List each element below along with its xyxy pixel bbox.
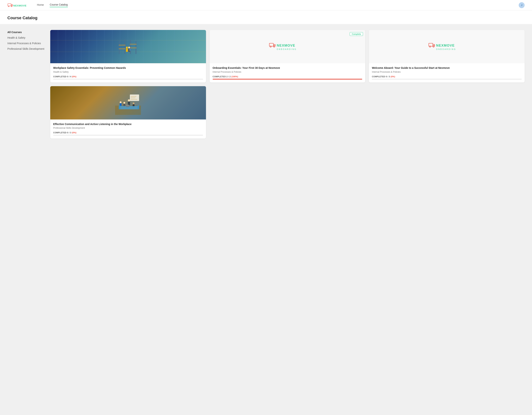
card-category-4: Professional Skills Development	[53, 127, 203, 129]
sidebar: All Courses Health & Safety Internal Pro…	[7, 30, 44, 411]
course-card-2[interactable]: Complete NEXMOVE ONBOARDING Onboarding E…	[210, 30, 365, 82]
card-progress-label-2: COMPLETED 2 / 2 (100%)	[213, 75, 362, 78]
progress-bar-bg-1	[53, 79, 203, 79]
card-category-2: Internal Processes & Policies	[213, 71, 362, 73]
nav-links: Home Course Catalog	[37, 3, 519, 7]
course-card-4[interactable]: Effective Communication and Active Liste…	[50, 86, 206, 139]
svg-rect-7	[124, 39, 125, 54]
svg-rect-6	[119, 41, 120, 54]
card-body-4: Effective Communication and Active Liste…	[50, 119, 206, 139]
navbar: NEXMOVE Home Course Catalog J	[0, 0, 532, 10]
svg-text:ONBOARDING: ONBOARDING	[277, 48, 297, 50]
card-title-2: Onboarding Essentials: Your First 30 Day…	[213, 66, 362, 70]
nav-home[interactable]: Home	[37, 3, 44, 7]
course-image-4	[50, 86, 206, 119]
svg-point-3	[8, 6, 9, 7]
card-category-1: Health & Safety	[53, 71, 203, 73]
sidebar-item-all-courses[interactable]: All Courses	[7, 31, 44, 34]
svg-point-38	[128, 99, 130, 101]
course-card-1[interactable]: Workplace Safety Essentials: Preventing …	[50, 30, 206, 82]
sidebar-item-professional-skills[interactable]: Professional Skills Development	[7, 47, 44, 50]
svg-rect-50	[126, 107, 130, 107]
svg-rect-12	[130, 44, 136, 45]
card-category-3: Internal Processes & Policies	[372, 71, 522, 73]
nav-course-catalog[interactable]: Course Catalog	[50, 3, 68, 7]
svg-rect-15	[126, 49, 128, 52]
logo[interactable]: NEXMOVE	[7, 2, 29, 8]
svg-rect-26	[429, 43, 433, 46]
card-progress-label-1: COMPLETED 0 / 4 (0%)	[53, 75, 203, 78]
svg-point-4	[11, 6, 12, 7]
svg-point-14	[126, 47, 128, 49]
sidebar-item-internal-processes[interactable]: Internal Processes & Policies	[7, 42, 44, 45]
card-title-1: Workplace Safety Essentials: Preventing …	[53, 66, 203, 70]
svg-rect-18	[129, 49, 131, 51]
course-card-3[interactable]: NEXMOVE ONBOARDING Welcome Aboard: Your …	[369, 30, 525, 82]
course-grid: Workplace Safety Essentials: Preventing …	[50, 30, 525, 411]
svg-rect-19	[269, 43, 273, 46]
svg-rect-0	[8, 4, 11, 6]
svg-text:NEXMOVE: NEXMOVE	[13, 4, 27, 7]
progress-bar-fill-2	[213, 79, 362, 79]
page-title: Course Catalog	[7, 16, 525, 20]
course-image-1	[50, 30, 206, 63]
course-image-3: NEXMOVE ONBOARDING	[369, 30, 525, 63]
svg-rect-10	[119, 45, 125, 46]
svg-rect-13	[130, 48, 136, 48]
progress-bar-bg-3	[372, 79, 522, 79]
card-title-3: Welcome Aboard: Your Guide to a Successf…	[372, 66, 522, 70]
card-progress-label-3: COMPLETED 0 / 3 (0%)	[372, 75, 522, 78]
svg-rect-49	[126, 105, 129, 107]
card-body-2: Onboarding Essentials: Your First 30 Day…	[210, 63, 365, 82]
page-header: Course Catalog	[0, 10, 532, 24]
card-body-1: Workplace Safety Essentials: Preventing …	[50, 63, 206, 82]
svg-point-42	[124, 102, 125, 104]
svg-rect-43	[124, 104, 125, 106]
card-title-4: Effective Communication and Active Liste…	[53, 122, 203, 126]
complete-badge-2: Complete	[350, 32, 363, 36]
card-progress-label-4: COMPLETED 0 / 3 (0%)	[53, 131, 203, 134]
progress-bar-bg-2	[213, 79, 362, 79]
svg-text:NEXMOVE: NEXMOVE	[436, 44, 455, 47]
main-content: All Courses Health & Safety Internal Pro…	[0, 24, 532, 415]
svg-rect-47	[119, 105, 120, 109]
progress-bar-bg-4	[53, 135, 203, 136]
course-image-2: NEXMOVE ONBOARDING	[210, 30, 365, 63]
svg-point-40	[120, 101, 122, 103]
svg-text:ONBOARDING: ONBOARDING	[436, 48, 456, 50]
card-body-3: Welcome Aboard: Your Guide to a Successf…	[369, 63, 525, 82]
svg-text:NEXMOVE: NEXMOVE	[277, 44, 295, 47]
svg-rect-8	[130, 40, 131, 54]
svg-rect-48	[138, 105, 139, 109]
sidebar-item-health-safety[interactable]: Health & Safety	[7, 36, 44, 39]
avatar[interactable]: J	[519, 2, 525, 8]
svg-rect-11	[119, 49, 125, 49]
svg-point-16	[128, 47, 130, 49]
svg-point-44	[133, 102, 134, 104]
